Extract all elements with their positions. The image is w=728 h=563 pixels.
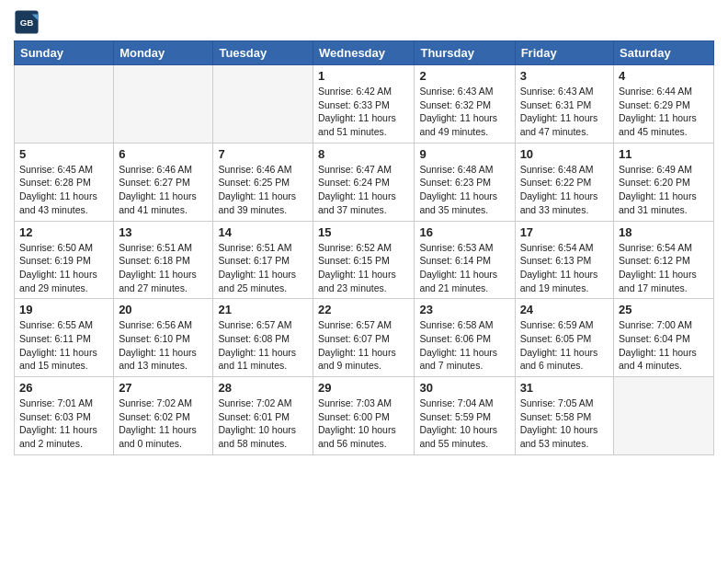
- day-info: Sunrise: 6:43 AMSunset: 6:31 PMDaylight:…: [520, 85, 609, 139]
- day-info: Sunrise: 7:01 AMSunset: 6:03 PMDaylight:…: [19, 396, 108, 451]
- calendar-cell: [114, 65, 213, 144]
- day-header-thursday: Thursday: [415, 41, 515, 65]
- day-info: Sunrise: 6:51 AMSunset: 6:17 PMDaylight:…: [218, 241, 308, 295]
- logo: GB: [14, 9, 43, 35]
- calendar-cell: 14Sunrise: 6:51 AMSunset: 6:17 PMDayligh…: [213, 221, 313, 299]
- day-info: Sunrise: 6:42 AMSunset: 6:33 PMDaylight:…: [318, 85, 409, 139]
- day-info: Sunrise: 6:48 AMSunset: 6:22 PMDaylight:…: [520, 163, 609, 217]
- day-number: 1: [318, 69, 409, 83]
- calendar-week-3: 12Sunrise: 6:50 AMSunset: 6:19 PMDayligh…: [15, 221, 714, 299]
- calendar-cell: 31Sunrise: 7:05 AMSunset: 5:58 PMDayligh…: [515, 377, 613, 455]
- day-header-wednesday: Wednesday: [313, 41, 415, 65]
- day-number: 15: [318, 225, 409, 239]
- calendar-cell: 12Sunrise: 6:50 AMSunset: 6:19 PMDayligh…: [15, 221, 114, 299]
- calendar-cell: 28Sunrise: 7:02 AMSunset: 6:01 PMDayligh…: [213, 377, 313, 455]
- day-number: 23: [419, 303, 509, 316]
- day-info: Sunrise: 6:55 AMSunset: 6:11 PMDaylight:…: [19, 318, 108, 373]
- calendar-cell: 20Sunrise: 6:56 AMSunset: 6:10 PMDayligh…: [114, 299, 213, 377]
- day-number: 27: [119, 381, 208, 395]
- day-number: 5: [19, 147, 108, 161]
- day-info: Sunrise: 6:57 AMSunset: 6:07 PMDaylight:…: [318, 318, 409, 373]
- calendar-cell: 18Sunrise: 6:54 AMSunset: 6:12 PMDayligh…: [614, 221, 714, 299]
- day-number: 7: [218, 147, 308, 161]
- calendar-week-4: 19Sunrise: 6:55 AMSunset: 6:11 PMDayligh…: [15, 299, 714, 377]
- day-info: Sunrise: 6:53 AMSunset: 6:14 PMDaylight:…: [419, 241, 509, 295]
- day-number: 9: [419, 147, 509, 161]
- day-header-friday: Friday: [515, 41, 613, 65]
- day-number: 11: [619, 147, 709, 161]
- day-number: 28: [218, 381, 308, 395]
- logo-icon: GB: [14, 9, 40, 35]
- calendar-cell: 6Sunrise: 6:46 AMSunset: 6:27 PMDaylight…: [114, 143, 213, 221]
- day-number: 31: [520, 381, 609, 395]
- page-header: GB: [14, 9, 714, 35]
- calendar-cell: 5Sunrise: 6:45 AMSunset: 6:28 PMDaylight…: [15, 143, 114, 221]
- day-info: Sunrise: 6:43 AMSunset: 6:32 PMDaylight:…: [419, 85, 509, 139]
- calendar-table: SundayMondayTuesdayWednesdayThursdayFrid…: [14, 40, 714, 455]
- calendar-cell: 29Sunrise: 7:03 AMSunset: 6:00 PMDayligh…: [313, 377, 415, 455]
- day-info: Sunrise: 6:49 AMSunset: 6:20 PMDaylight:…: [619, 163, 709, 217]
- calendar-cell: 22Sunrise: 6:57 AMSunset: 6:07 PMDayligh…: [313, 299, 415, 377]
- day-info: Sunrise: 6:45 AMSunset: 6:28 PMDaylight:…: [19, 163, 108, 217]
- calendar-cell: 1Sunrise: 6:42 AMSunset: 6:33 PMDaylight…: [313, 65, 415, 144]
- calendar-cell: 25Sunrise: 7:00 AMSunset: 6:04 PMDayligh…: [614, 299, 714, 377]
- svg-text:GB: GB: [20, 17, 34, 28]
- day-number: 14: [218, 225, 308, 239]
- day-number: 30: [419, 381, 509, 395]
- calendar-cell: 11Sunrise: 6:49 AMSunset: 6:20 PMDayligh…: [614, 143, 714, 221]
- calendar-cell: 7Sunrise: 6:46 AMSunset: 6:25 PMDaylight…: [213, 143, 313, 221]
- calendar-cell: 19Sunrise: 6:55 AMSunset: 6:11 PMDayligh…: [15, 299, 114, 377]
- calendar-cell: 9Sunrise: 6:48 AMSunset: 6:23 PMDaylight…: [415, 143, 515, 221]
- day-number: 8: [318, 147, 409, 161]
- day-info: Sunrise: 6:50 AMSunset: 6:19 PMDaylight:…: [19, 241, 108, 295]
- day-info: Sunrise: 6:46 AMSunset: 6:27 PMDaylight:…: [119, 163, 208, 217]
- day-info: Sunrise: 7:05 AMSunset: 5:58 PMDaylight:…: [520, 396, 609, 451]
- day-header-tuesday: Tuesday: [213, 41, 313, 65]
- calendar-header-row: SundayMondayTuesdayWednesdayThursdayFrid…: [15, 41, 714, 65]
- calendar-cell: 21Sunrise: 6:57 AMSunset: 6:08 PMDayligh…: [213, 299, 313, 377]
- day-header-saturday: Saturday: [614, 41, 714, 65]
- day-info: Sunrise: 6:44 AMSunset: 6:29 PMDaylight:…: [619, 85, 709, 139]
- calendar-week-5: 26Sunrise: 7:01 AMSunset: 6:03 PMDayligh…: [15, 377, 714, 455]
- calendar-cell: 10Sunrise: 6:48 AMSunset: 6:22 PMDayligh…: [515, 143, 613, 221]
- calendar-cell: 13Sunrise: 6:51 AMSunset: 6:18 PMDayligh…: [114, 221, 213, 299]
- day-info: Sunrise: 6:57 AMSunset: 6:08 PMDaylight:…: [218, 318, 308, 373]
- day-number: 29: [318, 381, 409, 395]
- calendar-cell: 15Sunrise: 6:52 AMSunset: 6:15 PMDayligh…: [313, 221, 415, 299]
- calendar-cell: 23Sunrise: 6:58 AMSunset: 6:06 PMDayligh…: [415, 299, 515, 377]
- day-number: 2: [419, 69, 509, 83]
- calendar-week-1: 1Sunrise: 6:42 AMSunset: 6:33 PMDaylight…: [15, 65, 714, 144]
- day-info: Sunrise: 6:56 AMSunset: 6:10 PMDaylight:…: [119, 318, 208, 373]
- day-number: 3: [520, 69, 609, 83]
- calendar-cell: [213, 65, 313, 144]
- calendar-week-2: 5Sunrise: 6:45 AMSunset: 6:28 PMDaylight…: [15, 143, 714, 221]
- day-info: Sunrise: 6:58 AMSunset: 6:06 PMDaylight:…: [419, 318, 509, 373]
- day-number: 6: [119, 147, 208, 161]
- day-number: 22: [318, 303, 409, 316]
- calendar-cell: [15, 65, 114, 144]
- day-info: Sunrise: 7:04 AMSunset: 5:59 PMDaylight:…: [419, 396, 509, 451]
- day-info: Sunrise: 6:54 AMSunset: 6:13 PMDaylight:…: [520, 241, 609, 295]
- day-number: 12: [19, 225, 108, 239]
- day-info: Sunrise: 6:48 AMSunset: 6:23 PMDaylight:…: [419, 163, 509, 217]
- day-info: Sunrise: 6:52 AMSunset: 6:15 PMDaylight:…: [318, 241, 409, 295]
- day-info: Sunrise: 6:47 AMSunset: 6:24 PMDaylight:…: [318, 163, 409, 217]
- day-header-sunday: Sunday: [15, 41, 114, 65]
- day-number: 18: [619, 225, 709, 239]
- calendar-cell: 3Sunrise: 6:43 AMSunset: 6:31 PMDaylight…: [515, 65, 613, 144]
- calendar-cell: 30Sunrise: 7:04 AMSunset: 5:59 PMDayligh…: [415, 377, 515, 455]
- calendar-cell: 27Sunrise: 7:02 AMSunset: 6:02 PMDayligh…: [114, 377, 213, 455]
- calendar-cell: [614, 377, 714, 455]
- day-number: 25: [619, 303, 709, 316]
- day-info: Sunrise: 7:00 AMSunset: 6:04 PMDaylight:…: [619, 318, 709, 373]
- day-info: Sunrise: 7:02 AMSunset: 6:01 PMDaylight:…: [218, 396, 308, 451]
- day-number: 4: [619, 69, 709, 83]
- day-info: Sunrise: 7:02 AMSunset: 6:02 PMDaylight:…: [119, 396, 208, 451]
- day-number: 10: [520, 147, 609, 161]
- calendar-cell: 17Sunrise: 6:54 AMSunset: 6:13 PMDayligh…: [515, 221, 613, 299]
- day-info: Sunrise: 6:51 AMSunset: 6:18 PMDaylight:…: [119, 241, 208, 295]
- day-info: Sunrise: 6:59 AMSunset: 6:05 PMDaylight:…: [520, 318, 609, 373]
- calendar-cell: 24Sunrise: 6:59 AMSunset: 6:05 PMDayligh…: [515, 299, 613, 377]
- calendar-cell: 26Sunrise: 7:01 AMSunset: 6:03 PMDayligh…: [15, 377, 114, 455]
- calendar-cell: 16Sunrise: 6:53 AMSunset: 6:14 PMDayligh…: [415, 221, 515, 299]
